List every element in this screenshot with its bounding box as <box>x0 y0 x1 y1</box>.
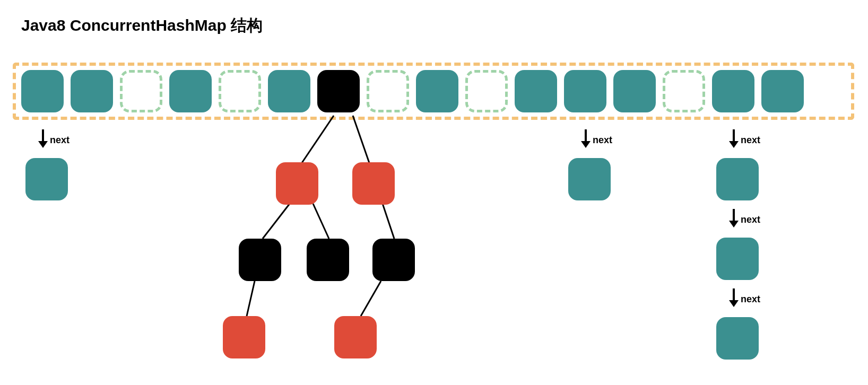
chain-node-14-2 <box>716 317 759 360</box>
next-label: next <box>741 214 760 225</box>
tree-node-l3-red <box>223 316 265 358</box>
chain-node-11-0 <box>568 158 611 200</box>
arrow-down-icon <box>728 288 740 308</box>
bucket-12-filled <box>613 70 656 112</box>
next-label: next <box>741 135 760 146</box>
tree-node-l1-red <box>276 162 318 205</box>
svg-line-1 <box>353 116 370 164</box>
arrow-down-icon <box>728 209 740 228</box>
chain-arrow-11-0: next <box>580 129 612 148</box>
bucket-0-filled <box>21 70 64 112</box>
chain-node-0-0 <box>25 158 68 200</box>
next-label: next <box>741 294 760 305</box>
svg-line-4 <box>383 204 394 239</box>
bucket-13-empty <box>663 70 705 112</box>
chain-node-14-1 <box>716 238 759 280</box>
chain-node-14-0 <box>716 158 759 200</box>
tree-node-r2-black <box>372 239 415 281</box>
bucket-2-empty <box>120 70 162 112</box>
tree-node-l2b-black <box>307 239 349 281</box>
bucket-3-filled <box>169 70 212 112</box>
tree-node-r1-red <box>352 162 395 205</box>
tree-node-l2a-black <box>239 239 281 281</box>
bucket-15-filled <box>761 70 804 112</box>
next-label: next <box>593 135 612 146</box>
arrow-down-icon <box>37 129 49 148</box>
tree-node-r3-red <box>334 316 377 358</box>
hash-table-array <box>13 63 854 120</box>
bucket-5-filled <box>268 70 310 112</box>
bucket-11-filled <box>564 70 606 112</box>
arrow-down-icon <box>580 129 592 148</box>
chain-arrow-14-1: next <box>728 209 760 228</box>
svg-line-0 <box>301 116 334 164</box>
chain-arrow-14-0: next <box>728 129 760 148</box>
svg-line-5 <box>247 281 255 316</box>
bucket-4-empty <box>219 70 261 112</box>
arrow-down-icon <box>728 129 740 148</box>
bucket-10-filled <box>515 70 557 112</box>
svg-line-2 <box>263 204 290 239</box>
diagram-title: Java8 ConcurrentHashMap 结构 <box>21 15 263 37</box>
bucket-14-filled <box>712 70 754 112</box>
chain-arrow-0-0: next <box>37 129 70 148</box>
chain-arrow-14-2: next <box>728 288 760 308</box>
bucket-1-filled <box>71 70 113 112</box>
bucket-8-filled <box>416 70 458 112</box>
bucket-6-tree-root <box>317 70 360 112</box>
svg-line-3 <box>313 204 329 239</box>
svg-line-6 <box>361 281 381 316</box>
next-label: next <box>50 135 70 146</box>
bucket-7-empty <box>367 70 409 112</box>
bucket-9-empty <box>465 70 508 112</box>
